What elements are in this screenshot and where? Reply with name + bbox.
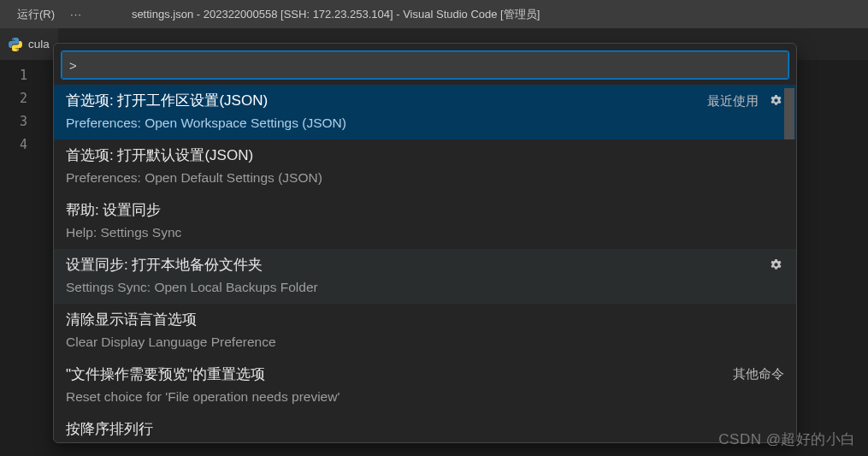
palette-item-subtitle: Clear Display Language Preference [66, 332, 784, 352]
menu-more[interactable]: ··· [63, 4, 89, 24]
line-number: 4 [0, 137, 43, 160]
command-palette-input-wrap [54, 44, 796, 85]
palette-item-subtitle: Settings Sync: Open Local Backups Folder [66, 277, 767, 298]
line-number: 2 [0, 91, 43, 114]
palette-item-title: 设置同步: 打开本地备份文件夹 [66, 254, 767, 276]
line-number: 1 [0, 68, 43, 91]
palette-item-title: "文件操作需要预览"的重置选项 [66, 364, 733, 386]
palette-item-title: 帮助: 设置同步 [66, 199, 784, 222]
palette-item-subtitle: Preferences: Open Workspace Settings (JS… [66, 113, 707, 133]
palette-item-subtitle: Preferences: Open Default Settings (JSON… [66, 168, 784, 188]
gear-icon[interactable] [767, 92, 784, 110]
tab-active[interactable]: cula [0, 28, 58, 60]
recently-used-badge: 最近使用 [707, 93, 759, 110]
palette-item-reset-file-operation-preview[interactable]: "文件操作需要预览"的重置选项 Reset choice for 'File o… [54, 358, 796, 413]
command-palette-list: 首选项: 打开工作区设置(JSON) Preferences: Open Wor… [54, 85, 796, 442]
line-number: 3 [0, 114, 43, 137]
command-palette: 首选项: 打开工作区设置(JSON) Preferences: Open Wor… [53, 43, 797, 443]
palette-item-subtitle: Help: Settings Sync [66, 222, 784, 243]
palette-item-clear-display-language[interactable]: 清除显示语言首选项 Clear Display Language Prefere… [54, 304, 796, 358]
palette-item-help-settings-sync[interactable]: 帮助: 设置同步 Help: Settings Sync [54, 194, 796, 249]
palette-item-title: 清除显示语言首选项 [66, 309, 784, 331]
command-palette-input[interactable] [62, 51, 788, 79]
palette-item-partial[interactable]: 按降序排列行 [54, 413, 796, 441]
palette-item-settings-sync-open-backups[interactable]: 设置同步: 打开本地备份文件夹 Settings Sync: Open Loca… [54, 249, 796, 304]
titlebar: 运行(R) ··· settings.json - 202322000558 [… [0, 0, 868, 28]
palette-item-title: 首选项: 打开工作区设置(JSON) [66, 90, 707, 112]
gear-icon[interactable] [767, 257, 784, 274]
palette-item-open-default-settings-json[interactable]: 首选项: 打开默认设置(JSON) Preferences: Open Defa… [54, 139, 796, 194]
palette-item-open-workspace-settings-json[interactable]: 首选项: 打开工作区设置(JSON) Preferences: Open Wor… [54, 85, 796, 139]
palette-item-title: 按降序排列行 [66, 418, 784, 441]
palette-item-subtitle: Reset choice for 'File operation needs p… [66, 387, 733, 407]
watermark-text: CSDN @超好的小白 [718, 429, 856, 449]
palette-scrollbar[interactable] [784, 88, 794, 441]
menu-run[interactable]: 运行(R) [9, 3, 63, 26]
palette-item-title: 首选项: 打开默认设置(JSON) [66, 145, 784, 167]
tab-label: cula [28, 38, 50, 50]
other-commands-badge: 其他命令 [733, 366, 784, 382]
palette-scrollbar-thumb[interactable] [784, 88, 794, 139]
python-file-icon [9, 38, 22, 51]
line-number-gutter: 1 2 3 4 [0, 61, 43, 456]
window-title: settings.json - 202322000558 [SSH: 172.2… [132, 7, 540, 22]
